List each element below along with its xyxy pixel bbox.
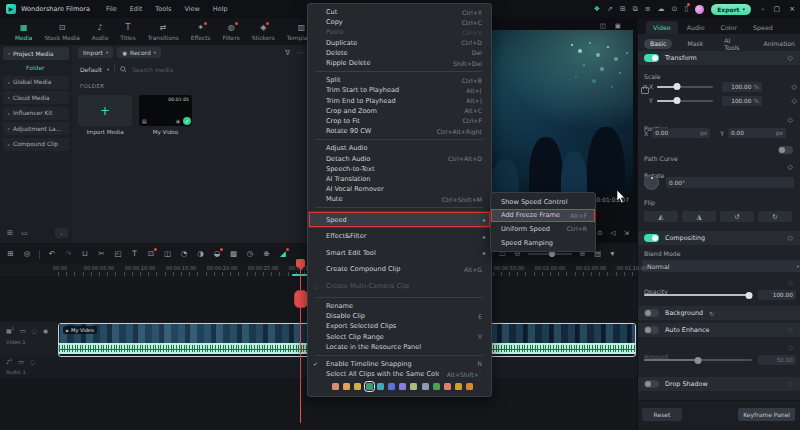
video-track-icon[interactable]: ▦1 [6,326,14,334]
reset-icon[interactable]: ↻ [709,310,714,317]
menu-help[interactable]: Help [213,5,228,13]
auto-enhance-toggle[interactable] [644,326,659,334]
keyframe-icon[interactable]: ◇ [792,83,797,91]
submenu-item-speed-ramping[interactable]: Speed Ramping [491,236,595,250]
reset-button[interactable]: Reset [642,408,682,421]
toolbox-icon[interactable]: ⊞ [6,248,15,260]
keyframe-icon[interactable]: ◇ [788,326,793,334]
tab-effects[interactable]: ✶Effects [186,23,216,41]
color-swatch[interactable] [422,383,429,390]
menu-item-enable-timeline-snapping[interactable]: ✓Enable Timeline SnappingN [308,359,491,369]
blend-mode-dropdown[interactable]: Normal ▾ [642,260,800,272]
sidebar-item-influencer-kit[interactable]: ▸Influencer Kit [3,107,69,120]
position-x-input[interactable]: 0.00px [652,128,710,138]
menu-item-crop-and-zoom[interactable]: Crop and ZoomAlt+C [308,106,491,116]
layout-icon[interactable]: ◫ [600,22,606,30]
keyframe-icon[interactable]: ◇ [788,116,793,124]
position-y-input[interactable]: 0.00px [728,128,786,138]
display-mode-icon[interactable]: ▣ [615,22,621,30]
edit-tools-icon[interactable]: ◎ [23,248,32,260]
menu-item-split[interactable]: SplitCtrl+B [308,75,491,85]
notes-icon[interactable]: ≡ [645,4,651,14]
keyframe-icon[interactable]: ◇ [792,97,797,105]
device-icon[interactable]: ⧉ [633,4,638,14]
scale-x-slider[interactable] [657,86,713,88]
timer-icon[interactable]: ◷ [246,248,255,260]
color-swatch[interactable] [410,383,417,390]
cloud-upload-icon[interactable]: ☁ [658,4,665,14]
menu-item-smart-edit-tool[interactable]: Smart Edit Tool▸ [308,244,491,261]
minimize-button[interactable]: – [761,5,765,13]
playhead-handle[interactable] [296,259,305,267]
track-folder-icon[interactable]: ▭ [20,327,26,334]
color-swatch[interactable] [377,383,384,390]
menu-item-locate-in-the-resource-panel[interactable]: Locate in the Resource Panel [308,342,491,352]
menu-item-speech-to-text[interactable]: Speech-to-Text [308,164,491,174]
menu-item-detach-audio[interactable]: Detach AudioCtrl+Alt+D [308,153,491,163]
snapshot-icon[interactable]: ⊙ [597,229,602,237]
track-mute-icon[interactable]: ◌ [30,358,35,365]
menu-item-ai-vocal-remover[interactable]: AI Vocal Remover [308,184,491,194]
compositing-toggle[interactable] [644,234,659,242]
save-icon[interactable]: ⊞ [620,4,626,14]
menu-item-adjust-audio[interactable]: Adjust Audio [308,143,491,153]
menu-item-mute[interactable]: MuteCtrl+Shift+M [308,194,491,204]
collapse-panel-button[interactable]: ‹ [55,228,68,238]
tab-color[interactable]: Color [714,21,744,34]
sort-dropdown[interactable]: Default [80,66,102,73]
menu-item-rotate-90-cw[interactable]: Rotate 90 CWCtrl+Alt+Right [308,126,491,136]
menu-item-trim-end-to-playhead[interactable]: Trim End to PlayheadAlt+] [308,96,491,106]
track-mute-icon[interactable]: ◌ [32,327,37,334]
keyframe-panel-button[interactable]: Keyframe Panel [738,408,795,421]
media-thumbnail-my-video[interactable]: 00:01:05 ▤ ◉ ✓ [139,95,192,126]
keyframe-icon[interactable]: ◇ [788,54,793,62]
menu-item-trim-start-to-playhead[interactable]: Trim Start to PlayheadAlt+[ [308,85,491,95]
text-icon[interactable]: T [130,248,139,260]
menu-item-crop-to-fit[interactable]: Crop to FitCtrl+F [308,116,491,126]
menu-item-ripple-delete[interactable]: Ripple DeleteShift+Del [308,58,491,68]
color-swatch[interactable] [433,383,440,390]
menu-item-disable-clip[interactable]: Disable ClipE [308,311,491,321]
keyframe-icon[interactable]: ◇ [788,279,793,287]
color-swatch[interactable] [399,383,406,390]
crop-icon[interactable]: ◰ [114,248,123,260]
keyframe-icon[interactable]: ◇ [788,163,793,171]
import-media-tile[interactable]: + [78,95,132,126]
scale-x-input[interactable]: 100.00% [722,82,762,92]
tab-audio[interactable]: Audio [680,21,712,34]
more-options-icon[interactable]: ⋯ [297,49,304,57]
tab-stock-media[interactable]: ⊡Stock Media [39,23,84,41]
search-input[interactable]: Search media [132,66,173,73]
group-icon[interactable]: ◫ [163,248,172,260]
opacity-input[interactable]: 100.00 [758,290,796,300]
menu-edit[interactable]: Edit [130,5,143,13]
caret-down-icon[interactable]: ▾ [608,248,617,260]
rotate-ccw-button[interactable]: ↺ [720,211,754,222]
import-button[interactable]: Import ▾ [78,47,113,58]
menu-tools[interactable]: Tools [155,5,171,13]
menu-item-cut[interactable]: CutCtrl+X [308,7,491,17]
amount-slider[interactable] [644,359,752,361]
color-swatch[interactable] [354,383,361,390]
tab-transitions[interactable]: ⇄Transitions [143,23,184,41]
delete-icon[interactable]: ⊔ [81,248,90,260]
export-button[interactable]: Export ▾ [711,4,751,15]
pip-icon[interactable]: ⊡ [147,248,156,260]
chroma-key-icon[interactable]: ▩ [229,248,238,260]
background-toggle[interactable] [644,309,659,317]
transform-toggle[interactable] [644,54,659,62]
sidebar-item-project-media[interactable]: ▾ Project Media [3,47,69,60]
rotate-input[interactable]: 0.00° [666,177,794,188]
subtab-basic[interactable]: Basic [644,39,672,49]
speed-icon[interactable]: ◔ [180,248,189,260]
flip-horizontal-button[interactable]: ◭ [644,211,678,222]
flip-vertical-button[interactable]: ◮ [682,211,716,222]
subtab-mask[interactable]: Mask [681,39,709,49]
menu-item-copy[interactable]: CopyCtrl+C [308,17,491,27]
submenu-item-add-freeze-frame[interactable]: Add Freeze FrameAlt+F [491,209,595,223]
new-folder-icon[interactable]: ⊞ [7,229,13,237]
close-button[interactable]: × [789,5,795,13]
opacity-slider[interactable] [644,294,752,296]
path-curve-toggle[interactable] [778,146,793,154]
sidebar-item-cloud-media[interactable]: ▸Cloud Media [3,91,69,104]
